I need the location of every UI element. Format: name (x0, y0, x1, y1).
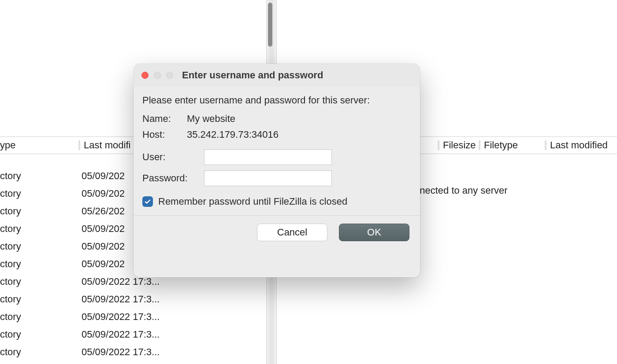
host-value: 35.242.179.73:34016 (187, 129, 411, 140)
column-filetype-right[interactable]: Filetype (484, 140, 518, 151)
credentials-dialog: Enter username and password Please enter… (134, 64, 420, 277)
column-separator-icon[interactable] (78, 140, 80, 150)
column-separator-icon[interactable] (545, 140, 546, 150)
ok-button[interactable]: OK (339, 224, 409, 241)
minimize-icon (154, 72, 161, 79)
password-input[interactable] (204, 170, 332, 186)
maximize-icon (166, 72, 173, 79)
column-filesize[interactable]: Filesize (443, 140, 476, 151)
dialog-prompt: Please enter username and password for t… (142, 95, 411, 106)
remember-label: Remember password until FileZilla is clo… (158, 196, 347, 207)
dialog-divider (134, 215, 420, 216)
list-item[interactable]: ctory05/09/2022 17:3... (0, 326, 266, 343)
column-separator-icon[interactable] (479, 140, 480, 150)
remember-checkbox[interactable] (142, 196, 153, 207)
column-last-modified-left[interactable]: Last modifi (84, 140, 130, 151)
list-item[interactable]: ctory05/09/2022 17:3... (0, 290, 266, 308)
column-filetype[interactable]: ype (0, 140, 15, 151)
name-label: Name: (142, 113, 184, 125)
dialog-title: Enter username and password (173, 70, 412, 81)
cancel-button[interactable]: Cancel (257, 224, 327, 241)
list-item[interactable]: ctory05/09/2022 17:3... (0, 308, 266, 326)
list-item[interactable]: ctory05/09/2022 17:3... (0, 343, 266, 361)
user-input[interactable] (204, 149, 332, 165)
user-label: User: (142, 151, 204, 163)
dialog-titlebar: Enter username and password (134, 64, 420, 87)
column-separator-icon[interactable] (438, 140, 439, 150)
password-label: Password: (142, 173, 204, 184)
name-value: My website (187, 113, 411, 125)
host-label: Host: (142, 129, 184, 140)
close-icon[interactable] (141, 72, 149, 79)
scrollbar-thumb-icon[interactable] (268, 3, 272, 47)
checkmark-icon (144, 198, 151, 205)
column-last-modified-right[interactable]: Last modified (550, 140, 608, 151)
